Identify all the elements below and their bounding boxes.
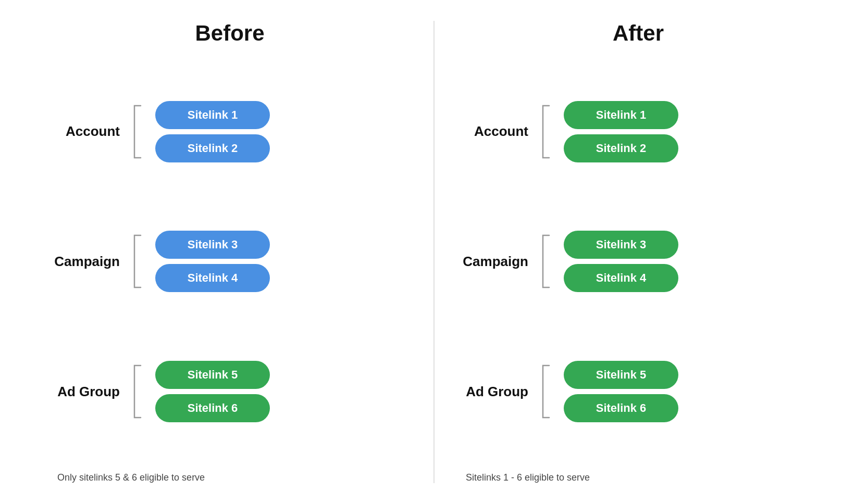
before-adgroup-row: Ad Group Sitelink 5 Sitelink 6 (52, 361, 407, 422)
after-sitelink-5: Sitelink 5 (564, 361, 678, 389)
after-campaign-row: Campaign Sitelink 3 Sitelink 4 (461, 231, 816, 292)
before-sitelink-2: Sitelink 2 (155, 134, 270, 162)
main-container: Before Account Sitelink 1 Sitelink 2 (0, 0, 868, 504)
after-title: After (461, 21, 816, 46)
before-campaign-label: Campaign (52, 254, 120, 270)
panel-divider (433, 21, 435, 483)
after-footer: Sitelinks 1 - 6 eligible to serve (461, 472, 816, 483)
before-account-label: Account (52, 123, 120, 140)
after-account-bracket (539, 103, 553, 160)
before-campaign-row: Campaign Sitelink 3 Sitelink 4 (52, 231, 407, 292)
before-account-row: Account Sitelink 1 Sitelink 2 (52, 101, 407, 162)
before-title: Before (52, 21, 407, 46)
before-account-pills: Sitelink 1 Sitelink 2 (155, 101, 270, 162)
before-footer: Only sitelinks 5 & 6 eligible to serve (52, 472, 407, 483)
before-adgroup-bracket (130, 363, 145, 420)
before-panel: Before Account Sitelink 1 Sitelink 2 (31, 21, 428, 483)
after-sitelink-2: Sitelink 2 (564, 134, 678, 162)
after-adgroup-row: Ad Group Sitelink 5 Sitelink 6 (461, 361, 816, 422)
before-adgroup-pills: Sitelink 5 Sitelink 6 (155, 361, 270, 422)
before-sitelink-5: Sitelink 5 (155, 361, 270, 389)
after-adgroup-pills: Sitelink 5 Sitelink 6 (564, 361, 678, 422)
after-account-label: Account (461, 123, 528, 140)
after-sitelink-6: Sitelink 6 (564, 394, 678, 422)
before-account-bracket (130, 103, 145, 160)
before-sitelink-4: Sitelink 4 (155, 264, 270, 292)
after-diagram: Account Sitelink 1 Sitelink 2 Campaign (461, 67, 816, 467)
before-sitelink-1: Sitelink 1 (155, 101, 270, 129)
after-account-pills: Sitelink 1 Sitelink 2 (564, 101, 678, 162)
after-campaign-bracket (539, 233, 553, 290)
after-account-row: Account Sitelink 1 Sitelink 2 (461, 101, 816, 162)
after-adgroup-bracket (539, 363, 553, 420)
after-sitelink-1: Sitelink 1 (564, 101, 678, 129)
before-campaign-bracket (130, 233, 145, 290)
after-panel: After Account Sitelink 1 Sitelink 2 (440, 21, 837, 483)
after-adgroup-label: Ad Group (461, 384, 528, 400)
after-sitelink-3: Sitelink 3 (564, 231, 678, 259)
after-sitelink-4: Sitelink 4 (564, 264, 678, 292)
before-sitelink-3: Sitelink 3 (155, 231, 270, 259)
before-adgroup-label: Ad Group (52, 384, 120, 400)
after-campaign-label: Campaign (461, 254, 528, 270)
before-diagram: Account Sitelink 1 Sitelink 2 Campaign (52, 67, 407, 467)
before-sitelink-6: Sitelink 6 (155, 394, 270, 422)
after-campaign-pills: Sitelink 3 Sitelink 4 (564, 231, 678, 292)
before-campaign-pills: Sitelink 3 Sitelink 4 (155, 231, 270, 292)
